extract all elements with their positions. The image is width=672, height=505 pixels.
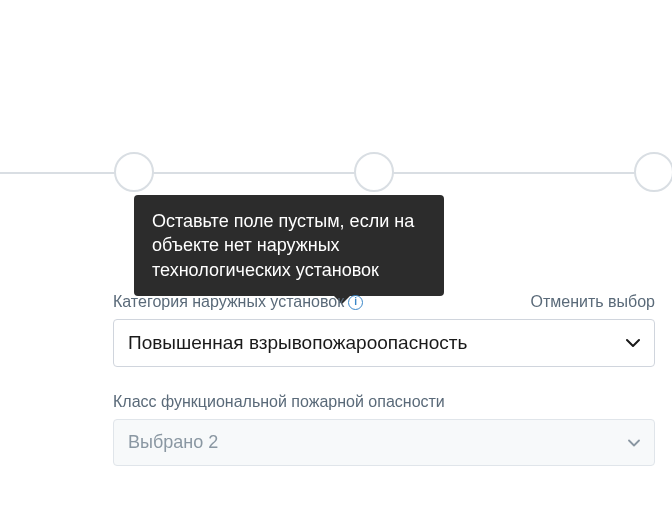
label-text: Класс функциональной пожарной опасности bbox=[113, 393, 445, 411]
outdoor-category-select[interactable]: Повышенная взрывопожароопасность bbox=[113, 319, 655, 367]
stepper-node-3[interactable] bbox=[634, 152, 672, 192]
stepper-node-1[interactable] bbox=[114, 152, 154, 192]
field-group-functional-class: Класс функциональной пожарной опасности … bbox=[113, 393, 655, 466]
chevron-down-icon bbox=[628, 439, 640, 447]
select-value: Повышенная взрывопожароопасность bbox=[128, 332, 467, 354]
field-group-outdoor-category: Категория наружных установок i Отменить … bbox=[113, 293, 655, 367]
label-row: Категория наружных установок i Отменить … bbox=[113, 293, 655, 311]
outdoor-category-label: Категория наружных установок i bbox=[113, 293, 363, 311]
functional-class-label: Класс функциональной пожарной опасности bbox=[113, 393, 655, 411]
info-tooltip: Оставьте поле пустым, если на объекте не… bbox=[134, 195, 444, 296]
info-glyph: i bbox=[354, 297, 357, 307]
functional-class-select[interactable]: Выбрано 2 bbox=[113, 419, 655, 466]
progress-stepper bbox=[0, 152, 672, 192]
label-text: Категория наружных установок bbox=[113, 293, 344, 311]
select-value: Выбрано 2 bbox=[128, 432, 218, 453]
cancel-selection-link[interactable]: Отменить выбор bbox=[530, 293, 655, 311]
tooltip-text: Оставьте поле пустым, если на объекте не… bbox=[152, 211, 414, 280]
chevron-down-icon bbox=[626, 338, 640, 348]
stepper-line bbox=[0, 172, 672, 174]
form-area: Категория наружных установок i Отменить … bbox=[113, 293, 655, 466]
info-icon[interactable]: i bbox=[348, 295, 363, 310]
stepper-node-2[interactable] bbox=[354, 152, 394, 192]
